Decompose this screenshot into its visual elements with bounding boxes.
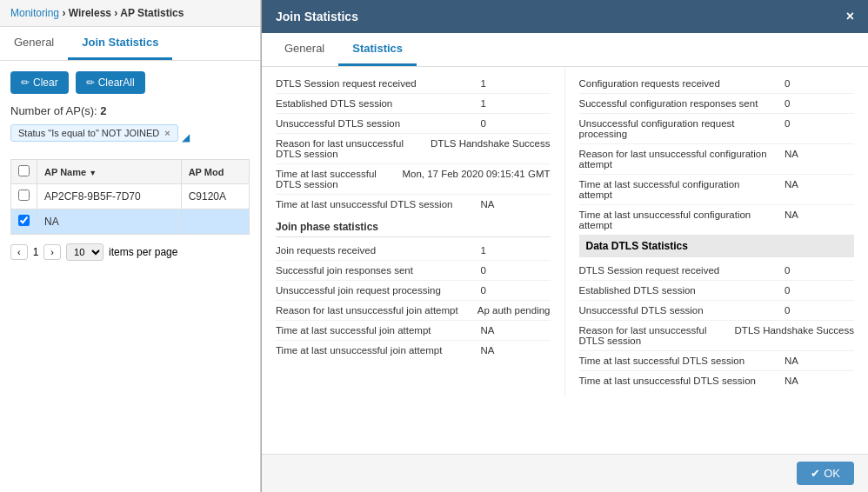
stats-label: Unsuccessful DTLS session xyxy=(579,305,775,316)
stats-label: Established DTLS session xyxy=(276,98,471,109)
dtls-section: DTLS Session request received1Establishe… xyxy=(276,74,551,214)
modal-tabs: General Statistics xyxy=(262,33,868,67)
row-checkbox[interactable] xyxy=(18,189,30,201)
modal-footer: ✔ OK xyxy=(262,454,868,492)
stats-value: DTLS Handshake Success xyxy=(735,325,854,336)
modal-close-button[interactable]: × xyxy=(846,9,854,24)
stats-value: NA xyxy=(785,179,854,189)
stats-row: Time at last unsuccessful configuration … xyxy=(579,205,855,235)
prev-page-button[interactable]: ‹ xyxy=(10,244,28,260)
stats-value: NA xyxy=(481,345,551,356)
stats-row: Time at last successful configuration at… xyxy=(579,175,855,205)
ap-count: Number of AP(s): 2 xyxy=(10,104,250,117)
eraser-all-icon: ✏ xyxy=(86,76,95,89)
stats-value: NA xyxy=(785,376,854,386)
stats-label: Time at last unsuccessful DTLS session xyxy=(579,376,775,386)
stats-label: Reason for last unsuccessful configurati… xyxy=(579,149,775,170)
stats-row: Reason for last unsuccessful DTLS sessio… xyxy=(579,321,855,351)
join-phase-section: Join requests received1Successful join r… xyxy=(276,241,551,360)
stats-value: 1 xyxy=(481,245,551,256)
table-row[interactable]: AP2CF8-9B5F-7D70 C9120A xyxy=(11,184,250,209)
next-page-button[interactable]: › xyxy=(43,244,61,260)
filter-tag: Status "Is equal to" NOT JOINED × xyxy=(10,124,178,142)
breadcrumb-monitoring[interactable]: Monitoring xyxy=(10,7,59,19)
breadcrumb-wireless[interactable]: Wireless xyxy=(69,7,111,19)
stats-value: 1 xyxy=(481,78,551,89)
stats-row: Established DTLS session0 xyxy=(579,281,855,301)
modal-tab-general[interactable]: General xyxy=(270,33,338,66)
filter-icon[interactable]: ◢ xyxy=(182,131,190,143)
stats-row: Unsuccessful join request processing0 xyxy=(276,281,551,301)
stats-value: NA xyxy=(785,149,854,159)
modal: Join Statistics × General Statistics DTL… xyxy=(261,0,868,492)
modal-header: Join Statistics × xyxy=(262,0,868,33)
ap-name-cell: AP2CF8-9B5F-7D70 xyxy=(37,184,182,209)
stats-label: Time at last successful DTLS session xyxy=(276,169,391,189)
stats-row: Established DTLS session1 xyxy=(276,94,551,114)
stats-row: Successful configuration responses sent0 xyxy=(579,94,855,114)
left-content: ✏ Clear ✏ ClearAll Number of AP(s): 2 St… xyxy=(0,61,260,492)
stats-value: 0 xyxy=(785,305,854,316)
button-group: ✏ Clear ✏ ClearAll xyxy=(10,71,250,94)
join-phase-title: Join phase statistics xyxy=(276,214,551,237)
breadcrumb-current: AP Statistics xyxy=(120,7,184,19)
modal-title: Join Statistics xyxy=(276,10,358,23)
breadcrumb: Monitoring › Wireless › AP Statistics xyxy=(0,0,260,27)
ap-model-cell: C9120A xyxy=(181,184,249,209)
stats-row: Join requests received1 xyxy=(276,241,551,261)
ap-name-cell: NA xyxy=(37,209,182,235)
checkmark-icon: ✔ xyxy=(811,467,820,480)
stats-value: 0 xyxy=(481,285,551,296)
stats-label: Time at last unsuccessful join attempt xyxy=(276,345,471,356)
left-col: DTLS Session request received1Establishe… xyxy=(262,67,565,397)
stats-label: Established DTLS session xyxy=(579,285,775,296)
stats-value: Mon, 17 Feb 2020 09:15:41 GMT xyxy=(402,169,550,179)
config-section: Configuration requests received0Successf… xyxy=(579,74,855,235)
stats-label: Successful configuration responses sent xyxy=(579,98,775,109)
stats-label: Configuration requests received xyxy=(579,78,775,89)
stats-row: Time at last unsuccessful DTLS sessionNA xyxy=(579,371,855,390)
stats-row: Reason for last unsuccessful DTLS sessio… xyxy=(276,134,551,164)
per-page-select[interactable]: 10 25 50 xyxy=(66,243,103,261)
clear-all-button[interactable]: ✏ ClearAll xyxy=(76,71,145,94)
stats-label: DTLS Session request received xyxy=(276,78,471,89)
stats-label: Time at last successful configuration at… xyxy=(579,179,775,200)
stats-row: Time at last successful join attemptNA xyxy=(276,321,551,341)
stats-value: NA xyxy=(481,199,551,209)
stats-value: Ap auth pending xyxy=(477,305,551,316)
stats-value: NA xyxy=(785,209,854,220)
modal-tab-statistics[interactable]: Statistics xyxy=(338,33,417,66)
tab-join-statistics[interactable]: Join Statistics xyxy=(68,27,172,60)
clear-button[interactable]: ✏ Clear xyxy=(10,71,69,94)
filter-close-icon[interactable]: × xyxy=(164,128,170,138)
stats-value: 0 xyxy=(785,98,854,109)
pagination: ‹ 1 › 10 25 50 items per page xyxy=(10,243,250,261)
left-panel: Monitoring › Wireless › AP Statistics Ge… xyxy=(0,0,261,492)
stats-row: Time at last unsuccessful join attemptNA xyxy=(276,341,551,360)
stats-label: Reason for last unsuccessful join attemp… xyxy=(276,305,467,316)
select-all-header xyxy=(11,160,37,184)
stats-row: Successful join responses sent0 xyxy=(276,261,551,281)
stats-value: DTLS Handshake Success xyxy=(431,138,550,149)
stats-label: Unsuccessful join request processing xyxy=(276,285,471,296)
stats-row: Time at last unsuccessful DTLS sessionNA xyxy=(276,195,551,214)
stats-label: Reason for last unsuccessful DTLS sessio… xyxy=(276,138,420,159)
stats-value: 0 xyxy=(481,265,551,276)
stats-row: Time at last successful DTLS sessionMon,… xyxy=(276,164,551,195)
stats-label: Unsuccessful DTLS session xyxy=(276,118,471,129)
stats-value: 0 xyxy=(481,118,551,129)
ap-table: AP Name ▼ AP Mod AP2CF8-9B5F-7D70 C9120A… xyxy=(10,159,250,235)
stats-row: Time at last successful DTLS sessionNA xyxy=(579,351,855,371)
two-col-content: DTLS Session request received1Establishe… xyxy=(262,67,868,397)
ok-button[interactable]: ✔ OK xyxy=(797,462,854,485)
select-all-checkbox[interactable] xyxy=(18,165,30,176)
stats-value: 1 xyxy=(481,98,551,109)
stats-value: 0 xyxy=(785,265,854,276)
tab-general[interactable]: General xyxy=(0,27,68,60)
stats-label: Reason for last unsuccessful DTLS sessio… xyxy=(579,325,724,346)
ap-model-header: AP Mod xyxy=(181,160,249,184)
stats-value: NA xyxy=(785,356,854,366)
row-checkbox[interactable] xyxy=(18,215,30,226)
data-dtls-section: DTLS Session request received0Establishe… xyxy=(579,261,855,390)
table-row[interactable]: NA xyxy=(11,209,250,235)
